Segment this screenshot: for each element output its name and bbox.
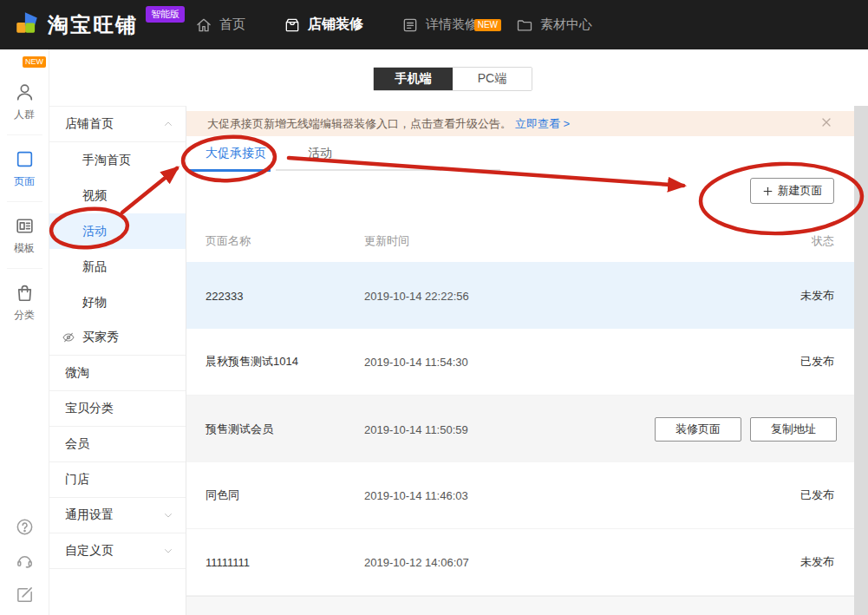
tab-bar: 大促承接页 活动 (186, 136, 854, 173)
page-name-cell: 预售测试会员 (206, 422, 273, 437)
sidebar-item-label: 新品 (82, 259, 107, 275)
notice-link[interactable]: 立即查看 > (515, 116, 570, 132)
status-badge: 未发布 (800, 288, 834, 304)
sidebar-item-label: 店铺首页 (65, 116, 114, 132)
sidebar-item-活动[interactable]: 活动 (49, 213, 186, 249)
sidebar-item-会员[interactable]: 会员 (49, 427, 186, 462)
sidebar-item-label: 活动 (82, 224, 107, 239)
rail-item-page[interactable]: 页面 (7, 135, 42, 202)
home-icon (195, 16, 212, 34)
table-row[interactable]: 晨秋预售测试10142019-10-14 11:54:30已发布 (186, 329, 854, 396)
toolbar: 新建页面 (186, 173, 854, 220)
nav-item-folder[interactable]: 素材中心 (516, 16, 592, 34)
scrollbar-track[interactable] (854, 106, 868, 615)
rail-item-bag[interactable]: 分类 (7, 269, 42, 336)
status-badge: 已发布 (800, 487, 834, 503)
tab-activity[interactable]: 活动 (308, 136, 332, 170)
table-header: 页面名称 更新时间 状态 (186, 220, 854, 262)
main-content: 大促承接页新增无线端编辑器装修入口，点击查看升级公告。 立即查看 > 大促承接页… (186, 106, 854, 615)
nav-label: 店铺装修 (308, 16, 363, 34)
close-icon[interactable] (819, 115, 833, 129)
toggle-pc[interactable]: PC端 (453, 68, 532, 90)
smart-version-badge: 智能版 (146, 6, 185, 23)
updated-time-cell: 2019-10-12 14:06:07 (364, 556, 469, 569)
app-title: 淘宝旺铺 (48, 11, 138, 39)
rail-footer (0, 517, 49, 605)
logo: 淘宝旺铺 智能版 (14, 0, 185, 49)
folder-icon (516, 16, 533, 34)
sidebar-item-好物[interactable]: 好物 (49, 285, 186, 320)
updated-time-cell: 2019-10-14 11:50:59 (364, 422, 468, 435)
sidebar-item-门店[interactable]: 门店 (49, 462, 186, 498)
device-toggle-bar: 手机端 PC端 (49, 49, 868, 106)
sidebar-item-视频[interactable]: 视频 (49, 178, 186, 213)
rail-footer-help[interactable] (15, 517, 35, 537)
new-page-button[interactable]: 新建页面 (750, 178, 834, 204)
detail-icon (401, 16, 419, 34)
sidebar-item-label: 自定义页 (65, 543, 114, 559)
rail-item-label: 人群 (14, 108, 35, 122)
new-page-label: 新建页面 (778, 183, 823, 199)
rail-items: 人群页面模板分类 (0, 49, 49, 336)
toggle-mobile[interactable]: 手机端 (374, 68, 453, 90)
sidebar-item-label: 手淘首页 (82, 153, 131, 168)
feedback-icon (15, 585, 35, 605)
sidebar-item-店铺首页[interactable]: 店铺首页 (49, 107, 186, 142)
table-row[interactable]: 预售测试会员2019-10-14 11:50:59装修页面复制地址 (186, 396, 854, 462)
app: 淘宝旺铺 智能版 首页店铺装修详情装修NEW素材中心 NEW 人群页面模板分类 … (0, 0, 868, 615)
rail-new-badge: NEW (23, 56, 46, 68)
tab-promo-landing[interactable]: 大促承接页 (206, 136, 266, 170)
sidebar-item-买家秀[interactable]: 买家秀 (49, 320, 186, 356)
headset-icon (15, 551, 35, 571)
nav-item-shop[interactable]: 店铺装修 (284, 16, 363, 34)
table-row[interactable]: 111111112019-10-12 14:06:07未发布 (186, 529, 854, 596)
sidebar-item-label: 视频 (82, 188, 107, 204)
nav-label: 素材中心 (540, 16, 592, 33)
sidebar: 店铺首页手淘首页视频活动新品好物买家秀微淘宝贝分类会员门店通用设置自定义页 (49, 106, 186, 615)
decorate-page-button[interactable]: 装修页面 (655, 417, 741, 442)
rail-footer-feedback[interactable] (15, 585, 35, 605)
sidebar-item-新品[interactable]: 新品 (49, 249, 186, 285)
rail-item-person[interactable]: 人群 (7, 69, 42, 135)
sidebar-item-通用设置[interactable]: 通用设置 (49, 498, 186, 533)
sidebar-item-label: 微淘 (65, 365, 89, 381)
help-icon (15, 517, 35, 537)
eye-off-icon (62, 330, 75, 344)
bag-icon (14, 282, 36, 304)
sidebar-item-微淘[interactable]: 微淘 (49, 356, 186, 391)
template-icon (14, 215, 36, 237)
table-row[interactable]: 2223332019-10-14 22:22:56未发布 (186, 262, 854, 329)
sidebar-item-手淘首页[interactable]: 手淘首页 (49, 142, 186, 178)
nav-item-home[interactable]: 首页 (195, 16, 245, 34)
tab-underline-track (276, 169, 500, 171)
page-name-cell: 同色同 (206, 487, 239, 503)
sidebar-item-label: 宝贝分类 (65, 401, 114, 416)
page-name-cell: 222333 (206, 289, 243, 302)
top-header: 淘宝旺铺 智能版 首页店铺装修详情装修NEW素材中心 (0, 0, 868, 49)
page-name-cell: 晨秋预售测试1014 (206, 354, 298, 370)
new-badge: NEW (474, 19, 501, 31)
status-badge: 未发布 (800, 554, 834, 570)
sidebar-item-宝贝分类[interactable]: 宝贝分类 (49, 391, 186, 427)
rail-item-label: 分类 (14, 308, 35, 323)
copy-url-button[interactable]: 复制地址 (750, 417, 837, 442)
sidebar-item-自定义页[interactable]: 自定义页 (49, 533, 186, 569)
chevron-down-icon (162, 509, 174, 521)
plus-icon (762, 186, 773, 197)
sidebar-item-label: 会员 (65, 436, 89, 452)
shop-icon (284, 16, 301, 34)
nav-label: 详情装修 (426, 16, 478, 33)
row-actions: 装修页面复制地址 (655, 417, 837, 442)
nav-label: 首页 (219, 16, 245, 33)
nav-item-detail[interactable]: 详情装修NEW (401, 16, 478, 34)
icon-rail: NEW 人群页面模板分类 (0, 49, 49, 615)
table-row[interactable]: 同色同2019-10-14 11:46:03已发布 (186, 462, 854, 529)
notice-text: 大促承接页新增无线端编辑器装修入口，点击查看升级公告。 (207, 116, 512, 132)
sidebar-item-label: 买家秀 (82, 330, 119, 345)
page-name-cell: 11111111 (206, 556, 250, 569)
rail-footer-headset[interactable] (15, 551, 35, 571)
rail-item-template[interactable]: 模板 (7, 202, 42, 269)
updated-time-cell: 2019-10-14 11:54:30 (364, 356, 468, 369)
page-icon (14, 148, 36, 170)
sidebar-item-label: 通用设置 (65, 507, 114, 523)
